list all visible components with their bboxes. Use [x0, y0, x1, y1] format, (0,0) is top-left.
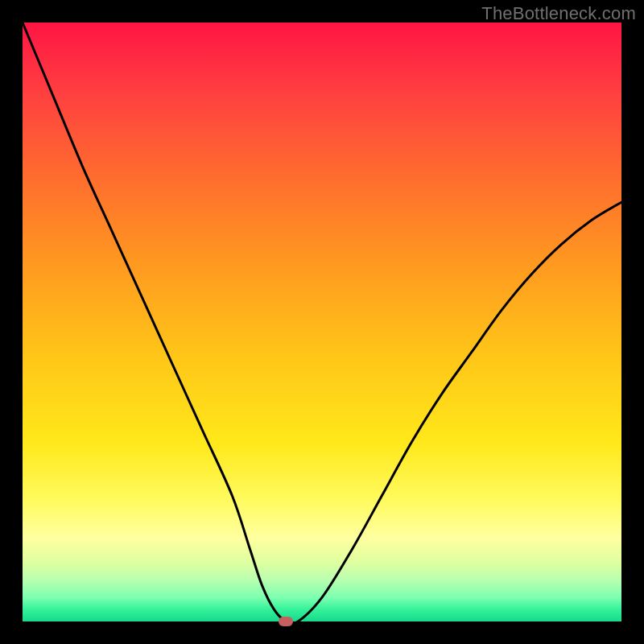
- curve-svg: [23, 23, 621, 621]
- watermark-text: TheBottleneck.com: [481, 3, 636, 24]
- bottleneck-curve-path: [23, 23, 621, 624]
- plot-area: [23, 23, 621, 621]
- optimal-point-marker: [279, 617, 293, 626]
- chart-frame: TheBottleneck.com: [0, 0, 644, 644]
